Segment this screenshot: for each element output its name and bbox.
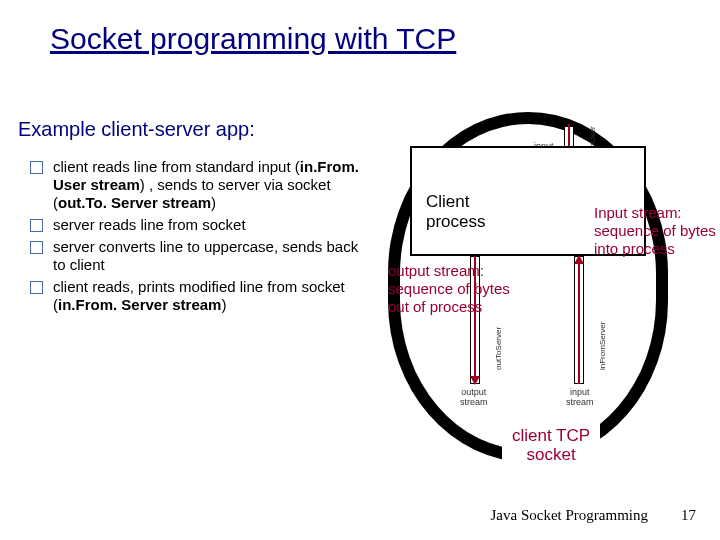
socket-label: client TCPsocket bbox=[502, 423, 600, 468]
process-diagram: inputstream inFromUser Clientprocess out… bbox=[388, 112, 710, 470]
bullet-text: client reads line from standard input (i… bbox=[53, 158, 370, 212]
bullet-text: server reads line from socket bbox=[53, 216, 370, 234]
output-stream-caption: output stream:sequence of bytesout of pr… bbox=[388, 262, 510, 316]
bullet-list: client reads line from standard input (i… bbox=[30, 158, 370, 318]
bullet-square-icon bbox=[30, 241, 43, 254]
bullet-square-icon bbox=[30, 219, 43, 232]
slide: Socket programming with TCP Example clie… bbox=[0, 0, 720, 540]
bullet-square-icon bbox=[30, 281, 43, 294]
page-number: 17 bbox=[681, 507, 696, 524]
bullet-item: client reads, prints modified line from … bbox=[30, 278, 370, 314]
bullet-item: client reads line from standard input (i… bbox=[30, 158, 370, 212]
slide-title: Socket programming with TCP bbox=[50, 22, 456, 56]
label-input-stream-bottom: inputstream bbox=[564, 388, 596, 408]
bullet-item: server converts line to uppercase, sends… bbox=[30, 238, 370, 274]
bullet-text: server converts line to uppercase, sends… bbox=[53, 238, 370, 274]
label-infromserver: inFromServer bbox=[598, 322, 607, 370]
label-output-stream: outputstream bbox=[458, 388, 490, 408]
process-label: Clientprocess bbox=[422, 190, 490, 233]
label-outtoserver: outToServer bbox=[494, 327, 503, 370]
process-label-text: Clientprocess bbox=[426, 192, 486, 231]
example-subtitle: Example client-server app: bbox=[18, 118, 255, 141]
bullet-item: server reads line from socket bbox=[30, 216, 370, 234]
bullet-text: client reads, prints modified line from … bbox=[53, 278, 370, 314]
arrow-up-icon bbox=[578, 256, 580, 384]
bullet-square-icon bbox=[30, 161, 43, 174]
input-stream-caption: Input stream:sequence of bytesinto proce… bbox=[594, 204, 720, 258]
footer-text: Java Socket Programming bbox=[491, 507, 648, 524]
